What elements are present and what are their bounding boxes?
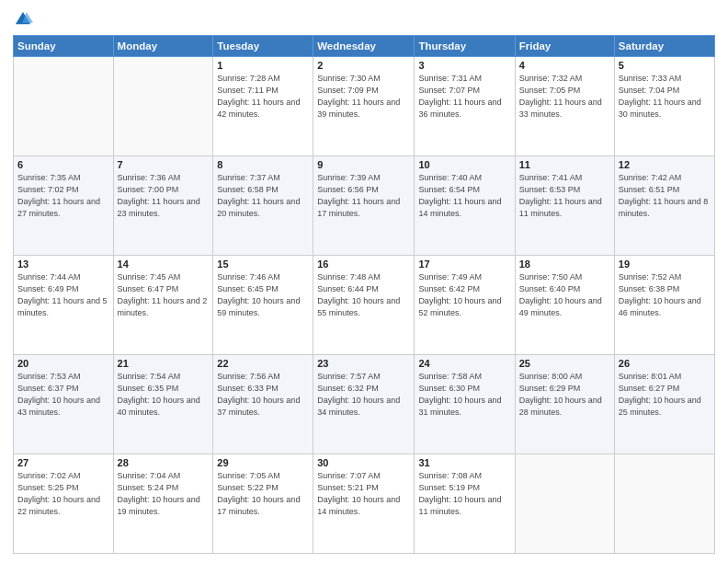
calendar-cell: [515, 454, 614, 554]
calendar-cell: 13Sunrise: 7:44 AM Sunset: 6:49 PM Dayli…: [14, 256, 114, 355]
day-info: Sunrise: 7:41 AM Sunset: 6:53 PM Dayligh…: [519, 172, 610, 220]
calendar-cell: 29Sunrise: 7:05 AM Sunset: 5:22 PM Dayli…: [213, 454, 313, 554]
day-info: Sunrise: 7:35 AM Sunset: 7:02 PM Dayligh…: [17, 172, 109, 220]
day-number: 26: [619, 358, 711, 369]
day-number: 1: [217, 60, 309, 71]
day-info: Sunrise: 7:53 AM Sunset: 6:37 PM Dayligh…: [17, 371, 109, 419]
header: [13, 9, 715, 29]
day-number: 24: [418, 358, 510, 369]
calendar-cell: [113, 57, 213, 156]
calendar-cell: 7Sunrise: 7:36 AM Sunset: 7:00 PM Daylig…: [113, 156, 213, 256]
calendar-table: SundayMondayTuesdayWednesdayThursdayFrid…: [13, 35, 715, 554]
calendar-cell: 31Sunrise: 7:08 AM Sunset: 5:19 PM Dayli…: [415, 454, 515, 554]
calendar-week-1: 1Sunrise: 7:28 AM Sunset: 7:11 PM Daylig…: [14, 57, 715, 156]
calendar-cell: 28Sunrise: 7:04 AM Sunset: 5:24 PM Dayli…: [113, 454, 213, 554]
calendar-cell: 9Sunrise: 7:39 AM Sunset: 6:56 PM Daylig…: [313, 156, 415, 256]
day-number: 6: [17, 159, 109, 170]
day-number: 27: [17, 457, 109, 468]
day-info: Sunrise: 7:52 AM Sunset: 6:38 PM Dayligh…: [619, 271, 711, 319]
day-number: 13: [17, 259, 109, 270]
day-number: 30: [317, 457, 410, 468]
logo-icon: [13, 9, 33, 29]
day-info: Sunrise: 7:48 AM Sunset: 6:44 PM Dayligh…: [317, 271, 410, 319]
day-info: Sunrise: 7:42 AM Sunset: 6:51 PM Dayligh…: [619, 172, 711, 220]
day-info: Sunrise: 7:56 AM Sunset: 6:33 PM Dayligh…: [217, 371, 309, 419]
day-number: 5: [619, 60, 711, 71]
calendar-header-row: SundayMondayTuesdayWednesdayThursdayFrid…: [14, 36, 715, 57]
calendar-cell: 25Sunrise: 8:00 AM Sunset: 6:29 PM Dayli…: [515, 355, 614, 454]
calendar-header-tuesday: Tuesday: [213, 36, 313, 57]
calendar-week-2: 6Sunrise: 7:35 AM Sunset: 7:02 PM Daylig…: [14, 156, 715, 256]
day-number: 20: [17, 358, 109, 369]
calendar-cell: [614, 454, 714, 554]
day-info: Sunrise: 7:45 AM Sunset: 6:47 PM Dayligh…: [118, 271, 210, 319]
day-info: Sunrise: 7:40 AM Sunset: 6:54 PM Dayligh…: [418, 172, 510, 220]
day-number: 23: [317, 358, 410, 369]
day-info: Sunrise: 7:50 AM Sunset: 6:40 PM Dayligh…: [519, 271, 610, 319]
calendar-cell: 10Sunrise: 7:40 AM Sunset: 6:54 PM Dayli…: [415, 156, 515, 256]
day-number: 17: [418, 259, 510, 270]
day-number: 3: [418, 60, 510, 71]
day-info: Sunrise: 7:46 AM Sunset: 6:45 PM Dayligh…: [217, 271, 309, 319]
day-info: Sunrise: 7:02 AM Sunset: 5:25 PM Dayligh…: [17, 470, 109, 518]
day-number: 10: [418, 159, 510, 170]
calendar-cell: [14, 57, 114, 156]
day-info: Sunrise: 7:57 AM Sunset: 6:32 PM Dayligh…: [317, 371, 410, 419]
day-info: Sunrise: 7:49 AM Sunset: 6:42 PM Dayligh…: [418, 271, 510, 319]
calendar-week-3: 13Sunrise: 7:44 AM Sunset: 6:49 PM Dayli…: [14, 256, 715, 355]
calendar-cell: 17Sunrise: 7:49 AM Sunset: 6:42 PM Dayli…: [415, 256, 515, 355]
day-info: Sunrise: 7:39 AM Sunset: 6:56 PM Dayligh…: [317, 172, 410, 220]
calendar-cell: 4Sunrise: 7:32 AM Sunset: 7:05 PM Daylig…: [515, 57, 614, 156]
logo: [13, 9, 35, 29]
calendar-cell: 3Sunrise: 7:31 AM Sunset: 7:07 PM Daylig…: [415, 57, 515, 156]
day-number: 29: [217, 457, 309, 468]
day-number: 4: [519, 60, 610, 71]
day-number: 12: [619, 159, 711, 170]
calendar-cell: 2Sunrise: 7:30 AM Sunset: 7:09 PM Daylig…: [313, 57, 415, 156]
calendar-header-sunday: Sunday: [14, 36, 114, 57]
calendar-cell: 22Sunrise: 7:56 AM Sunset: 6:33 PM Dayli…: [213, 355, 313, 454]
calendar-cell: 8Sunrise: 7:37 AM Sunset: 6:58 PM Daylig…: [213, 156, 313, 256]
day-number: 8: [217, 159, 309, 170]
day-info: Sunrise: 7:54 AM Sunset: 6:35 PM Dayligh…: [118, 371, 210, 419]
calendar-cell: 15Sunrise: 7:46 AM Sunset: 6:45 PM Dayli…: [213, 256, 313, 355]
calendar-cell: 26Sunrise: 8:01 AM Sunset: 6:27 PM Dayli…: [614, 355, 714, 454]
day-number: 2: [317, 60, 410, 71]
day-info: Sunrise: 7:44 AM Sunset: 6:49 PM Dayligh…: [17, 271, 109, 319]
day-number: 9: [317, 159, 410, 170]
calendar-header-thursday: Thursday: [415, 36, 515, 57]
day-info: Sunrise: 7:28 AM Sunset: 7:11 PM Dayligh…: [217, 73, 309, 121]
day-info: Sunrise: 7:32 AM Sunset: 7:05 PM Dayligh…: [519, 73, 610, 121]
calendar-week-5: 27Sunrise: 7:02 AM Sunset: 5:25 PM Dayli…: [14, 454, 715, 554]
calendar-cell: 21Sunrise: 7:54 AM Sunset: 6:35 PM Dayli…: [113, 355, 213, 454]
day-number: 15: [217, 259, 309, 270]
day-info: Sunrise: 7:07 AM Sunset: 5:21 PM Dayligh…: [317, 470, 410, 518]
calendar-week-4: 20Sunrise: 7:53 AM Sunset: 6:37 PM Dayli…: [14, 355, 715, 454]
day-number: 28: [118, 457, 210, 468]
calendar-cell: 14Sunrise: 7:45 AM Sunset: 6:47 PM Dayli…: [113, 256, 213, 355]
day-number: 31: [418, 457, 510, 468]
calendar-header-wednesday: Wednesday: [313, 36, 415, 57]
day-info: Sunrise: 7:08 AM Sunset: 5:19 PM Dayligh…: [418, 470, 510, 518]
calendar-cell: 30Sunrise: 7:07 AM Sunset: 5:21 PM Dayli…: [313, 454, 415, 554]
calendar-cell: 18Sunrise: 7:50 AM Sunset: 6:40 PM Dayli…: [515, 256, 614, 355]
calendar-cell: 19Sunrise: 7:52 AM Sunset: 6:38 PM Dayli…: [614, 256, 714, 355]
calendar-cell: 20Sunrise: 7:53 AM Sunset: 6:37 PM Dayli…: [14, 355, 114, 454]
calendar-header-monday: Monday: [113, 36, 213, 57]
calendar-cell: 6Sunrise: 7:35 AM Sunset: 7:02 PM Daylig…: [14, 156, 114, 256]
day-info: Sunrise: 7:30 AM Sunset: 7:09 PM Dayligh…: [317, 73, 410, 121]
day-info: Sunrise: 8:01 AM Sunset: 6:27 PM Dayligh…: [619, 371, 711, 419]
day-number: 16: [317, 259, 410, 270]
calendar-cell: 16Sunrise: 7:48 AM Sunset: 6:44 PM Dayli…: [313, 256, 415, 355]
calendar-cell: 1Sunrise: 7:28 AM Sunset: 7:11 PM Daylig…: [213, 57, 313, 156]
day-number: 7: [118, 159, 210, 170]
day-number: 18: [519, 259, 610, 270]
calendar-header-friday: Friday: [515, 36, 614, 57]
day-number: 14: [118, 259, 210, 270]
calendar-cell: 5Sunrise: 7:33 AM Sunset: 7:04 PM Daylig…: [614, 57, 714, 156]
day-number: 11: [519, 159, 610, 170]
day-number: 25: [519, 358, 610, 369]
day-info: Sunrise: 7:33 AM Sunset: 7:04 PM Dayligh…: [619, 73, 711, 121]
calendar-cell: 23Sunrise: 7:57 AM Sunset: 6:32 PM Dayli…: [313, 355, 415, 454]
day-info: Sunrise: 7:58 AM Sunset: 6:30 PM Dayligh…: [418, 371, 510, 419]
